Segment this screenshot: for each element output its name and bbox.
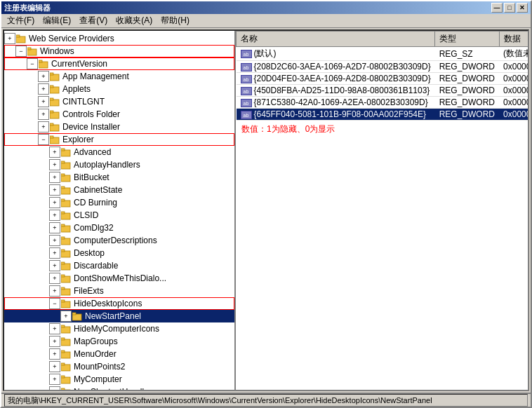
tree-expand-button[interactable]: + [49,348,60,360]
tree-item[interactable]: + HideMyComputerIcons [4,322,234,335]
tree-expand-button[interactable]: + [49,386,60,390]
tree-expand-button[interactable]: + [49,285,60,297]
tree-item[interactable]: + Applets [4,83,234,95]
menu-favorites[interactable]: 收藏夹(A) [112,13,157,28]
tree-expand-button[interactable]: + [4,33,15,44]
tree-expand-button[interactable]: + [38,71,49,82]
tree-item[interactable]: + ComDlg32 [4,222,234,234]
tree-expand-button[interactable]: + [49,172,60,183]
tree-label: Applets [62,84,91,94]
folder-icon [61,172,72,182]
tree-expand-button[interactable]: + [49,210,60,221]
tree-expand-button[interactable]: + [38,96,49,107]
tree-item[interactable]: − Windows [4,45,234,57]
tree-item[interactable]: + CD Burning [4,196,234,209]
svg-rect-31 [61,224,65,226]
close-button[interactable]: ✕ [517,3,528,13]
table-row[interactable]: ab{450D8FBA-AD25-11D0-98A8-0800361B1103}… [237,85,528,97]
tree-expand-button[interactable]: − [49,298,60,309]
tree-label: HideDesktopIcons [74,299,142,308]
tree-item[interactable]: + BitBucket [4,171,234,184]
tree-pane[interactable]: + Web Service Providers− Windows− Curren… [4,31,236,390]
tree-item[interactable]: + FileExts [4,285,234,297]
tree-expand-button[interactable]: − [15,46,27,57]
table-row[interactable]: ab(默认) REG_SZ (数值未设置) [237,47,528,61]
tree-expand-button[interactable]: + [38,121,49,132]
tree-item[interactable]: + ComputerDescriptions [4,234,234,247]
tree-expand-button[interactable]: − [27,58,38,69]
maximize-button[interactable]: □ [504,3,515,13]
tree-item[interactable]: + MyComputer [4,373,234,386]
svg-rect-27 [61,199,65,201]
table-row[interactable]: ab{871C5380-42A0-1069-A2EA-08002B30309D}… [237,97,528,109]
tree-expand-button[interactable]: + [49,323,60,334]
tree-expand-button[interactable]: + [49,159,60,170]
tree-item[interactable]: + Discardable [4,259,234,272]
tree-expand-button[interactable]: − [38,134,49,145]
folder-icon [61,336,72,346]
tree-item[interactable]: + Device Installer [4,121,234,133]
reg-type: REG_DWORD [435,85,499,97]
tree-item[interactable]: + NewStartPanel [4,310,234,322]
tree-item[interactable]: + Web Service Providers [4,32,234,45]
tree-label: BitBucket [74,172,109,182]
tree-item[interactable]: + AutoplayHandlers [4,158,234,171]
reg-name: ab{20D04FE0-3AEA-1069-A2D8-08002B30309D} [237,73,435,85]
folder-icon [50,97,61,107]
folder-icon [61,362,72,372]
right-pane[interactable]: 名称 类型 数据 ab(默认) REG_SZ (数值未设置) ab{208D2C… [236,31,528,390]
menu-view[interactable]: 查看(V) [75,13,112,28]
tree-label: DontShowMeThisDialo... [74,273,166,283]
tree-expand-button[interactable]: + [49,361,60,372]
tree-item[interactable]: − Explorer [4,133,234,146]
tree-expand-button[interactable]: + [38,83,49,95]
registry-table: 名称 类型 数据 ab(默认) REG_SZ (数值未设置) ab{208D2C… [236,31,528,121]
tree-item[interactable]: − CurrentVersion [4,57,234,70]
tree-label: CLSID [74,210,98,220]
folder-icon [61,248,72,258]
tree-item[interactable]: + CabinetState [4,184,234,196]
folder-icon [50,122,61,132]
tree-item[interactable]: + CLSID [4,209,234,222]
tree-expand-button[interactable]: + [49,184,60,196]
table-row[interactable]: ab{208D2C60-3AEA-1069-A2D7-08002B30309D}… [237,61,528,73]
tree-item[interactable]: − HideDesktopIcons [4,297,234,310]
folder-icon [61,261,72,271]
tree-expand-button[interactable]: + [49,247,60,259]
table-row[interactable]: ab{645FF040-5081-101B-9F08-00AA002F954E}… [237,109,528,121]
tree-item[interactable]: + Desktop [4,247,234,259]
menu-help[interactable]: 帮助(H) [157,13,194,28]
registry-icon: ab [241,111,252,119]
tree-expand-button[interactable]: + [49,197,60,208]
menu-edit[interactable]: 编辑(E) [39,13,75,28]
tree-label: HideMyComputerIcons [74,324,159,334]
svg-rect-21 [61,161,65,163]
tree-item[interactable]: + MenuOrder [4,348,234,360]
tree-item[interactable]: + Controls Folder [4,108,234,121]
tree-expand-button[interactable]: + [49,235,60,246]
tree-label: ComDlg32 [74,223,114,233]
tree-expand-button[interactable]: + [49,222,60,233]
menu-file[interactable]: 文件(F) [3,13,39,28]
minimize-button[interactable]: — [491,3,503,13]
reg-data: 0x00000000 (0) [499,61,528,73]
reg-name: ab{645FF040-5081-101B-9F08-00AA002F954E} [237,109,435,121]
tree-item[interactable]: + App Management [4,70,234,83]
tree-item[interactable]: + Advanced [4,146,234,158]
tree-expand-button[interactable]: + [49,147,60,158]
tree-expand-button[interactable]: + [49,374,60,385]
tree-expand-button[interactable]: + [60,311,72,322]
table-row[interactable]: ab{20D04FE0-3AEA-1069-A2D8-08002B30309D}… [237,73,528,85]
tree-item[interactable]: + NewShortcutHandlers [4,386,234,390]
window-title: 注册表编辑器 [4,3,491,13]
tree-expand-button[interactable]: + [49,273,60,284]
tree-item[interactable]: + MapGroups [4,335,234,348]
tree-item[interactable]: + CINTLGNT [4,95,234,108]
tree-expand-button[interactable]: + [38,109,49,120]
tree-label: MountPoints2 [74,362,125,372]
tree-item[interactable]: + DontShowMeThisDialo... [4,272,234,285]
tree-item[interactable]: + MountPoints2 [4,360,234,373]
tree-expand-button[interactable]: + [49,260,60,271]
tree-expand-button[interactable]: + [49,336,60,347]
registry-icon: ab [241,75,252,83]
